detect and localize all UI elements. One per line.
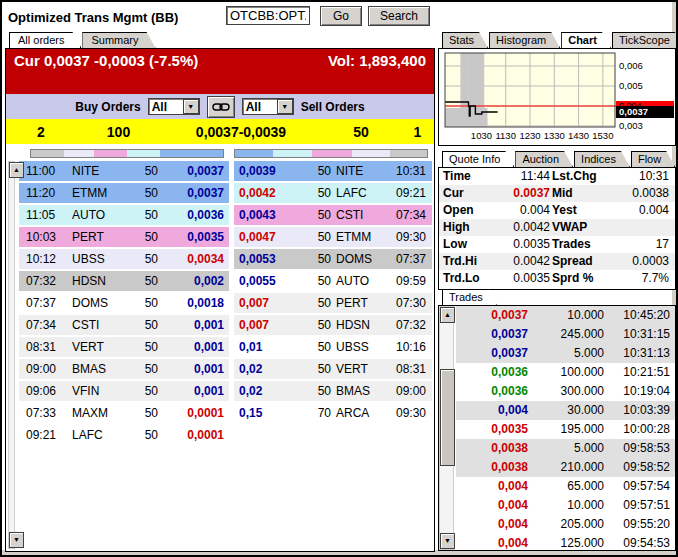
orders-tab-all-orders[interactable]: All orders	[9, 32, 81, 48]
sell-order-row[interactable]: 0,0250VERT08:31	[234, 359, 432, 379]
buy-order-row[interactable]: 11:05AUTO500,0036	[19, 205, 229, 225]
sell-order-row[interactable]: 0,003950NITE10:31	[234, 161, 432, 181]
svg-text:1330: 1330	[544, 130, 565, 141]
order-book-body: Cur 0,0037 -0,0003 (-7.5%) Vol: 1,893,40…	[5, 48, 435, 552]
buy-order-row[interactable]: 07:37DOMS500,0018	[19, 293, 229, 313]
buy-order-row[interactable]: 07:32HDSN500,002	[19, 271, 229, 291]
sell-order-row[interactable]: 0,1570ARCA09:30	[234, 403, 432, 423]
search-button[interactable]: Search	[368, 6, 430, 26]
scroll-down-icon[interactable]: ▼	[440, 533, 455, 549]
orders-tab-summary[interactable]: Summary	[82, 32, 155, 48]
buy-order-row[interactable]: 07:33MAXM500,0001	[19, 403, 229, 423]
trade-row[interactable]: 0,0037245.00010:31:15	[456, 325, 675, 344]
quote-label: Sprd %	[552, 270, 610, 287]
order-cell-p: 0,0034	[158, 249, 229, 269]
go-button[interactable]: Go	[320, 6, 362, 26]
scroll-down-icon[interactable]: ▼	[9, 532, 24, 548]
info-tab-quote-info[interactable]: Quote Info	[442, 151, 514, 167]
order-cell-t: 07:33	[19, 403, 72, 423]
depth-segment	[94, 150, 127, 157]
chevron-down-icon[interactable]: ▼	[277, 99, 293, 114]
info-tab-auction[interactable]: Auction	[515, 151, 573, 167]
trades-list: ▲ ▼ 0,003710.00010:45:200,0037245.00010:…	[438, 305, 676, 551]
order-cell-m: UBSS	[331, 337, 382, 357]
sell-filter-select[interactable]: All ▼	[242, 98, 294, 115]
order-cell-m: CSTI	[72, 315, 124, 335]
trade-row[interactable]: 0,00430.00010:03:39	[456, 401, 675, 420]
sell-order-row[interactable]: 0,00750PERT07:30	[234, 293, 432, 313]
scroll-up-icon[interactable]: ▲	[9, 162, 24, 178]
order-cell-s: 50	[124, 337, 158, 357]
trade-price: 0,0037	[456, 306, 528, 325]
view-tab-tickscope[interactable]: TickScope	[612, 32, 678, 48]
quote-label: Trd.Hi	[443, 253, 491, 270]
order-cell-m: ETMM	[72, 183, 124, 203]
trade-row[interactable]: 0,00410.00009:57:51	[456, 496, 675, 515]
trade-size: 5.000	[528, 344, 604, 363]
sell-orders-label: Sell Orders	[301, 100, 365, 114]
order-cell-p: 0,01	[234, 337, 301, 357]
order-cell-m: BMAS	[72, 359, 124, 379]
order-cell-p: 0,0037	[158, 161, 229, 181]
trade-price: 0,0036	[456, 363, 528, 382]
trades-scrollbar[interactable]: ▲ ▼	[439, 306, 454, 550]
sell-order-row[interactable]: 0,005550AUTO09:59	[234, 271, 432, 291]
buy-order-row[interactable]: 09:21LAFC500,0001	[19, 425, 229, 445]
sell-order-row[interactable]: 0,004250LAFC09:21	[234, 183, 432, 203]
sell-order-row[interactable]: 0,00750HDSN07:32	[234, 315, 432, 335]
info-tab-flow[interactable]: Flow	[631, 151, 675, 167]
buy-orders-label: Buy Orders	[75, 100, 140, 114]
trade-row[interactable]: 0,004125.00009:54:53	[456, 534, 675, 553]
order-cell-t: 10:12	[19, 249, 72, 269]
trade-row[interactable]: 0,0036300.00010:19:04	[456, 382, 675, 401]
symbol-input[interactable]	[226, 6, 310, 25]
depth-segment	[390, 150, 426, 157]
order-cell-t: 11:00	[19, 161, 72, 181]
buy-order-row[interactable]: 10:03PERT500,0035	[19, 227, 229, 247]
buy-filter-select[interactable]: All ▼	[148, 98, 200, 115]
order-cell-s: 50	[124, 315, 158, 335]
trade-row[interactable]: 0,0038210.00009:58:52	[456, 458, 675, 477]
sell-order-row[interactable]: 0,0250BMAS09:00	[234, 381, 432, 401]
order-cell-m: LAFC	[331, 183, 382, 203]
trade-row[interactable]: 0,003710.00010:45:20	[456, 306, 675, 325]
sell-order-row[interactable]: 0,0150UBSS10:16	[234, 337, 432, 357]
sell-order-count: 1	[401, 124, 434, 140]
chevron-down-icon[interactable]: ▼	[183, 99, 199, 114]
buy-order-row[interactable]: 10:12UBSS500,0034	[19, 249, 229, 269]
view-tab-histogram[interactable]: Histogram	[489, 32, 560, 48]
quote-value: 17	[610, 236, 671, 253]
order-book-tabbar: All ordersSummary	[5, 31, 435, 48]
trade-time: 09:57:51	[604, 496, 675, 515]
order-cell-t: 07:37	[19, 293, 72, 313]
trade-size: 300.000	[528, 382, 604, 401]
trade-time: 09:54:53	[604, 534, 675, 553]
sell-order-row[interactable]: 0,004350CSTI07:34	[234, 205, 432, 225]
order-cell-m: CSTI	[331, 205, 382, 225]
buy-order-row[interactable]: 11:00NITE500,0037	[19, 161, 229, 181]
scroll-up-icon[interactable]: ▲	[440, 307, 455, 323]
view-tab-stats[interactable]: Stats	[442, 32, 488, 48]
order-book-scrollbar[interactable]: ▲ ▼	[8, 161, 15, 549]
buy-order-row[interactable]: 11:20ETMM500,0037	[19, 183, 229, 203]
list-tab-trades[interactable]: Trades	[442, 289, 497, 305]
trade-row[interactable]: 0,0036100.00010:21:51	[456, 363, 675, 382]
buy-order-row[interactable]: 09:00BMAS500,001	[19, 359, 229, 379]
trade-size: 30.000	[528, 401, 604, 420]
buy-order-row[interactable]: 08:31VERT500,001	[19, 337, 229, 357]
scrollbar-thumb[interactable]	[440, 369, 455, 466]
buy-order-row[interactable]: 09:06VFIN500,001	[19, 381, 229, 401]
sell-order-row[interactable]: 0,004750ETMM09:30	[234, 227, 432, 247]
link-sides-button[interactable]	[207, 96, 235, 118]
sell-order-row[interactable]: 0,005350DOMS07:37	[234, 249, 432, 269]
trade-row[interactable]: 0,0035195.00010:00:28	[456, 420, 675, 439]
trade-row[interactable]: 0,004205.00009:55:20	[456, 515, 675, 534]
order-cell-p: 0,0001	[158, 403, 229, 423]
price-chart-svg: 1030113012301330143015300,0060,0050,0030…	[439, 49, 675, 143]
trade-row[interactable]: 0,00385.00009:58:53	[456, 439, 675, 458]
trade-row[interactable]: 0,00375.00010:31:13	[456, 344, 675, 363]
trade-row[interactable]: 0,00465.00009:57:54	[456, 477, 675, 496]
buy-order-row[interactable]: 07:34CSTI500,001	[19, 315, 229, 335]
info-tab-indices[interactable]: Indices	[574, 151, 630, 167]
view-tab-chart[interactable]: Chart	[561, 32, 611, 48]
